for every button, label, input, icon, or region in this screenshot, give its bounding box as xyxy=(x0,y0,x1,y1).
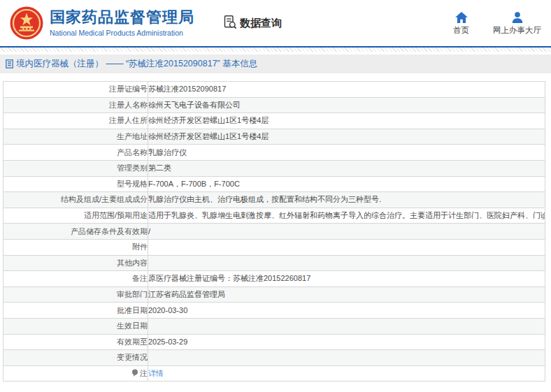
row-value: F-700A，F-700B，F-700C xyxy=(148,176,545,192)
row-label: 型号规格 xyxy=(3,176,148,192)
table-row: 批准日期2020-03-30 xyxy=(3,303,545,319)
data-query-button[interactable]: 数据查询 xyxy=(222,15,282,31)
table-row: 注册人名称徐州天飞电子设备有限公司 xyxy=(3,97,545,113)
row-value: 2025-03-29 xyxy=(148,334,545,350)
brand-block[interactable]: 国家药品监督管理局 National Medical Products Admi… xyxy=(50,9,194,36)
row-value: 乳腺治疗仪由主机、治疗电极组成，按配置和结构不同分为三种型号. xyxy=(148,192,545,208)
table-row: 型号规格F-700A，F-700B，F-700C xyxy=(3,176,545,192)
home-icon xyxy=(455,11,468,23)
row-label: 备注 xyxy=(3,271,148,287)
row-value: 乳腺治疗仪 xyxy=(148,145,545,161)
note-label: 注 xyxy=(140,369,148,377)
registration-info-table: 注册证编号苏械注准20152090817 注册人名称徐州天飞电子设备有限公司 注… xyxy=(3,81,545,382)
row-label: 注 xyxy=(3,365,148,382)
brand-title: 国家药品监督管理局 xyxy=(50,9,194,26)
row-label: 有效期至 xyxy=(3,334,148,350)
table-row: 结构及组成/主要组成成分乳腺治疗仪由主机、治疗电极组成，按配置和结构不同分为三种… xyxy=(3,192,545,208)
table-row: 注册人住所徐州经济开发区碧螺山1区1号楼4层 xyxy=(3,113,545,129)
table-row: 生效日期 xyxy=(3,318,545,334)
header: 国家药品监督管理局 National Medical Products Admi… xyxy=(0,0,551,46)
nav-home-label: 首页 xyxy=(453,25,469,36)
row-value xyxy=(148,318,545,334)
row-label: 注册证编号 xyxy=(3,82,148,98)
row-label: 产品储存条件及有效期 xyxy=(3,224,148,240)
row-value: 江苏省药品监督管理局 xyxy=(148,286,545,303)
table-row: 审批部门江苏省药品监督管理局 xyxy=(3,286,545,303)
row-label: 适用范围/预期用途 xyxy=(3,208,148,224)
row-label: 其他内容 xyxy=(3,255,148,271)
brand-subtitle: National Medical Products Administration xyxy=(50,29,194,37)
row-value xyxy=(148,350,545,366)
row-label: 生产地址 xyxy=(3,129,148,145)
breadcrumb-text: 境内医疗器械（注册） —— “苏械注准20152090817” 基本信息 xyxy=(16,58,257,70)
header-nav: 首页 网上办事大厅 xyxy=(429,11,541,36)
row-value: / xyxy=(148,224,545,240)
table-row: 备注原医疗器械注册证编号：苏械注准20152260817 xyxy=(3,271,545,287)
row-value: 苏械注准20152090817 xyxy=(148,82,545,98)
row-value: 徐州经济开发区碧螺山1区1号楼4层 xyxy=(148,113,545,129)
nav-service-hall[interactable]: 网上办事大厅 xyxy=(493,11,541,36)
nav-home[interactable]: 首页 xyxy=(453,11,469,36)
table-row: 变更情况 xyxy=(3,350,545,366)
table-row: 注册证编号苏械注准20152090817 xyxy=(3,82,545,98)
row-label: 产品名称 xyxy=(3,145,148,161)
breadcrumb: 境内医疗器械（注册） —— “苏械注准20152090817” 基本信息 xyxy=(0,55,551,73)
row-label: 注册人名称 xyxy=(3,97,148,113)
row-value: 原医疗器械注册证编号：苏械注准20152260817 xyxy=(148,271,545,287)
table-row: 适用范围/预期用途适用于乳腺炎、乳腺增生电刺激按摩、红外辐射和药物离子导入的综合… xyxy=(3,208,545,224)
table-row-note: 注 详情 xyxy=(3,365,545,382)
row-label: 审批部门 xyxy=(3,286,148,303)
document-icon xyxy=(6,59,13,68)
note-icon xyxy=(131,369,138,379)
row-label: 附件 xyxy=(3,239,148,255)
row-value: 第二类 xyxy=(148,160,545,176)
page: 国家药品监督管理局 National Medical Products Admi… xyxy=(0,0,551,392)
row-value: 徐州天飞电子设备有限公司 xyxy=(148,97,545,113)
detail-link[interactable]: 详情 xyxy=(148,369,164,377)
row-value: 2020-03-30 xyxy=(148,303,545,319)
table-row: 管理类别第二类 xyxy=(3,160,545,176)
row-label: 管理类别 xyxy=(3,160,148,176)
data-query-label: 数据查询 xyxy=(240,17,282,30)
row-value: 徐州经济开发区碧螺山1区1号楼4层 xyxy=(148,129,545,145)
document-search-icon xyxy=(222,15,237,31)
row-value: 详情 xyxy=(148,365,545,382)
row-value xyxy=(148,255,545,271)
row-label: 结构及组成/主要组成成分 xyxy=(3,192,148,208)
row-label: 变更情况 xyxy=(3,350,148,366)
row-label: 生效日期 xyxy=(3,318,148,334)
row-label: 注册人住所 xyxy=(3,113,148,129)
table-row: 其他内容 xyxy=(3,255,545,271)
table-row: 生产地址徐州经济开发区碧螺山1区1号楼4层 xyxy=(3,129,545,145)
nav-service-hall-label: 网上办事大厅 xyxy=(493,25,541,36)
row-value xyxy=(148,239,545,255)
table-row: 附件 xyxy=(3,239,545,255)
national-emblem-logo[interactable] xyxy=(10,6,43,40)
user-icon xyxy=(511,11,524,23)
row-value: 适用于乳腺炎、乳腺增生电刺激按摩、红外辐射和药物离子导入的综合治疗。主要适用于计… xyxy=(148,208,545,224)
table-row: 产品储存条件及有效期/ xyxy=(3,224,545,240)
row-label: 批准日期 xyxy=(3,303,148,319)
table-row: 产品名称乳腺治疗仪 xyxy=(3,145,545,161)
table-row: 有效期至2025-03-29 xyxy=(3,334,545,350)
